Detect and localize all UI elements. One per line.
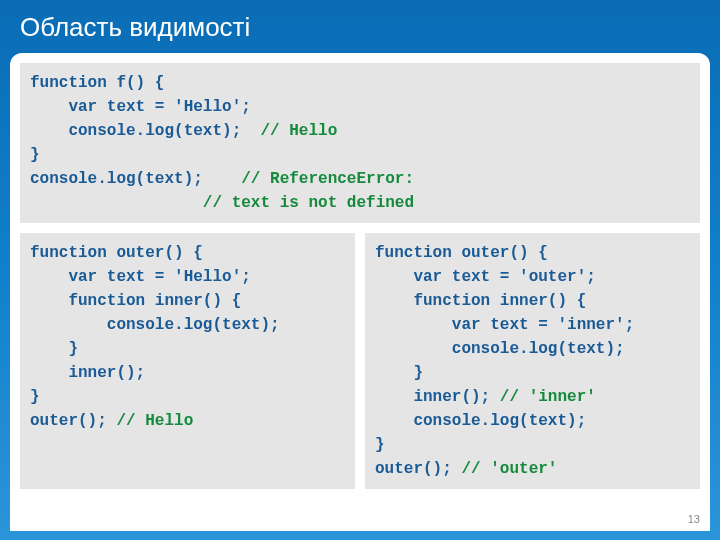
code-comment: // Hello xyxy=(116,412,193,430)
bottom-row: function outer() { var text = 'Hello'; f… xyxy=(20,233,700,489)
code-line: inner(); xyxy=(30,364,145,382)
code-block-right: function outer() { var text = 'outer'; f… xyxy=(365,233,700,489)
code-line: function f() { xyxy=(30,74,164,92)
code-line: inner(); xyxy=(375,388,500,406)
page-number: 13 xyxy=(688,513,700,525)
code-line: function inner() { xyxy=(375,292,586,310)
code-line: console.log(text); xyxy=(375,340,625,358)
slide-title: Область видимості xyxy=(0,0,720,53)
code-line: outer(); xyxy=(30,412,116,430)
code-line: var text = 'inner'; xyxy=(375,316,634,334)
code-block-left: function outer() { var text = 'Hello'; f… xyxy=(20,233,355,489)
code-line: } xyxy=(30,388,40,406)
code-pad xyxy=(30,194,203,212)
code-comment: // 'inner' xyxy=(500,388,596,406)
code-comment: // 'outer' xyxy=(461,460,557,478)
code-block-top: function f() { var text = 'Hello'; conso… xyxy=(20,63,700,223)
code-line: } xyxy=(30,146,40,164)
code-line: console.log(text); xyxy=(30,170,241,188)
code-line: console.log(text); xyxy=(30,122,260,140)
code-line: var text = 'Hello'; xyxy=(30,268,251,286)
code-line: console.log(text); xyxy=(375,412,586,430)
code-line: var text = 'outer'; xyxy=(375,268,596,286)
code-comment: // ReferenceError: xyxy=(241,170,414,188)
code-comment: // text is not defined xyxy=(203,194,414,212)
code-line: } xyxy=(30,340,78,358)
code-line: function outer() { xyxy=(375,244,548,262)
code-line: } xyxy=(375,364,423,382)
code-line: function inner() { xyxy=(30,292,241,310)
code-line: var text = 'Hello'; xyxy=(30,98,251,116)
code-line: outer(); xyxy=(375,460,461,478)
code-comment: // Hello xyxy=(260,122,337,140)
slide-content: function f() { var text = 'Hello'; conso… xyxy=(10,53,710,531)
code-line: console.log(text); xyxy=(30,316,280,334)
code-line: function outer() { xyxy=(30,244,203,262)
code-line: } xyxy=(375,436,385,454)
